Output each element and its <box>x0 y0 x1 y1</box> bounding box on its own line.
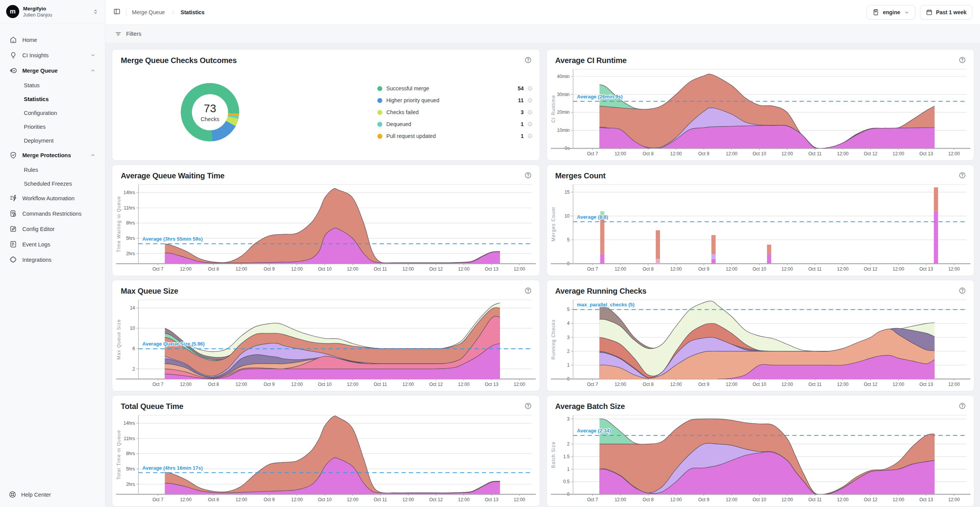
legend-dot <box>377 86 382 91</box>
card-title: Merges Count <box>555 171 606 180</box>
svg-text:12:00: 12:00 <box>892 151 904 156</box>
sidebar-item-label: Home <box>22 37 37 43</box>
svg-text:12:00: 12:00 <box>781 151 793 156</box>
max-queue-size-chart[interactable]: 261014Oct 712:00Oct 812:00Oct 912:00Oct … <box>115 296 537 391</box>
merges-count-bar-segment <box>711 235 715 254</box>
sidebar-item-configuration[interactable]: Configuration <box>5 106 100 120</box>
svg-text:10min: 10min <box>557 128 570 133</box>
card-title: Average CI Runtime <box>555 56 627 65</box>
total-queue-time-chart[interactable]: 2hrs5hrs8hrs11hrs14hrsOct 712:00Oct 812:… <box>115 412 537 506</box>
sidebar-item-deployment[interactable]: Deployment <box>5 134 100 147</box>
sidebar-item-status[interactable]: Status <box>5 79 100 92</box>
svg-text:Oct 11: Oct 11 <box>808 497 822 502</box>
org-switcher[interactable]: m Mergifyio Julien Danjou <box>0 0 105 23</box>
help-center-link[interactable]: Help Center <box>8 490 51 499</box>
average-queue-waiting-time-series-magenta <box>165 228 500 264</box>
sidebar-item-merge-protections[interactable]: Merge Protections <box>5 148 100 162</box>
svg-text:12:00: 12:00 <box>948 151 960 156</box>
sidebar-item-merge-queue[interactable]: nMerge Queue <box>5 63 100 78</box>
svg-text:Oct 11: Oct 11 <box>374 266 387 272</box>
svg-text:11hrs: 11hrs <box>124 436 135 441</box>
question-icon[interactable] <box>958 287 966 294</box>
average-running-checks-y-axis-label: Running Checks <box>551 319 556 360</box>
question-icon[interactable] <box>524 402 532 410</box>
svg-text:20min: 20min <box>557 110 570 115</box>
average-batch-size-chart[interactable]: 00.511.523Oct 712:00Oct 812:00Oct 912:00… <box>549 412 972 506</box>
sidebar-item-label: Workflow Automation <box>22 195 75 201</box>
sidebar-item-ci-insights[interactable]: CI Insights <box>5 48 100 62</box>
info-icon[interactable] <box>527 121 533 127</box>
sidebar-item-workflow-automation[interactable]: Workflow Automation <box>5 191 100 205</box>
legend-label: Pull request updated <box>387 133 436 139</box>
time-range-button[interactable]: Past 1 week <box>920 5 972 20</box>
org-switcher-updown-icon <box>92 8 99 15</box>
repo-book-icon <box>872 9 879 16</box>
svg-text:Oct 12: Oct 12 <box>429 266 443 272</box>
info-icon[interactable] <box>527 133 533 139</box>
card-title: Average Queue Waiting Time <box>121 171 225 180</box>
sidebar-item-integrations[interactable]: Integrations <box>5 253 100 267</box>
card-average-queue-waiting-time: Average Queue Waiting Time 2hrs5hrs8hrs1… <box>112 165 540 276</box>
question-icon[interactable] <box>958 402 966 410</box>
svg-text:12:00: 12:00 <box>837 151 848 156</box>
legend-item-higher-priority-queued[interactable]: Higher priority queued11 <box>377 97 533 103</box>
workflow-icon <box>9 194 17 202</box>
filters-button[interactable]: Filters <box>115 30 141 38</box>
svg-text:2hrs: 2hrs <box>126 251 135 256</box>
legend-item-checks-failed[interactable]: Checks failed3 <box>377 109 533 115</box>
average-ci-runtime-chart[interactable]: 0s10min20min30min40minOct 712:00Oct 812:… <box>549 66 972 160</box>
question-icon[interactable] <box>524 287 532 294</box>
legend-item-successful-merge[interactable]: Successful merge54 <box>377 85 533 91</box>
sidebar-item-event-logs[interactable]: Event Logs <box>5 237 100 251</box>
average-running-checks-chart[interactable]: 012345Oct 712:00Oct 812:00Oct 912:00Oct … <box>549 296 972 391</box>
svg-text:4: 4 <box>567 321 570 326</box>
svg-text:2: 2 <box>132 366 135 372</box>
sidebar-toggle-button[interactable] <box>113 8 121 17</box>
svg-text:30min: 30min <box>557 92 570 97</box>
svg-text:14hrs: 14hrs <box>123 190 135 195</box>
sidebar-item-commands-restrictions[interactable]: Commands Restrictions <box>5 206 100 221</box>
info-icon[interactable] <box>527 98 533 103</box>
info-icon[interactable] <box>527 110 533 115</box>
logo-letter: m <box>10 8 15 15</box>
svg-text:12:00: 12:00 <box>781 497 793 502</box>
sidebar-item-label: CI Insights <box>22 52 49 58</box>
repository-select[interactable]: engine <box>867 5 915 20</box>
merge-queue-checks-outcomes-chart[interactable]: 73ChecksSuccessful merge54Higher priorit… <box>115 66 537 159</box>
card-title: Average Running Checks <box>555 287 647 296</box>
svg-text:12:00: 12:00 <box>892 382 904 387</box>
average-queue-waiting-time-chart[interactable]: 2hrs5hrs8hrs11hrs14hrsOct 712:00Oct 812:… <box>115 181 537 276</box>
svg-text:Oct 13: Oct 13 <box>485 266 498 272</box>
svg-text:12:00: 12:00 <box>837 266 848 272</box>
svg-text:Oct 12: Oct 12 <box>863 266 877 272</box>
svg-text:n: n <box>13 69 15 72</box>
legend-item-dequeued[interactable]: Dequeued1 <box>377 121 533 127</box>
chevron-up-icon <box>90 152 96 158</box>
mergify-logo: m <box>6 5 19 18</box>
question-icon[interactable] <box>524 171 532 179</box>
question-icon[interactable] <box>524 56 532 64</box>
svg-text:Oct 10: Oct 10 <box>752 266 766 272</box>
sidebar-item-statistics[interactable]: Statistics <box>5 93 100 106</box>
sidebar-item-config-editor[interactable]: Config Editor <box>5 222 100 236</box>
svg-text:12:00: 12:00 <box>458 497 470 502</box>
merges-count-chart[interactable]: 051015Oct 712:00Oct 812:00Oct 912:00Oct … <box>549 181 972 276</box>
donut-center: 73Checks <box>192 94 228 130</box>
svg-text:Oct 11: Oct 11 <box>374 382 387 387</box>
time-range-label: Past 1 week <box>936 9 967 15</box>
sidebar-item-home[interactable]: Home <box>5 33 100 47</box>
svg-text:12:00: 12:00 <box>726 382 737 387</box>
card-average-ci-runtime: Average CI Runtime 0s10min20min30min40mi… <box>547 49 975 161</box>
breadcrumb-section[interactable]: Merge Queue <box>132 9 165 15</box>
info-icon[interactable] <box>527 86 533 91</box>
svg-text:12:00: 12:00 <box>781 382 793 387</box>
question-icon[interactable] <box>958 56 966 64</box>
sidebar-item-priorities[interactable]: Priorities <box>5 120 100 133</box>
checks-outcomes-donut[interactable]: 73Checks <box>181 83 239 141</box>
sidebar-nav: HomeCI InsightsnMerge QueueStatusStatist… <box>0 23 105 507</box>
sidebar-item-scheduled-freezes[interactable]: Scheduled Freezes <box>5 177 100 190</box>
sidebar-item-rules[interactable]: Rules <box>5 163 100 176</box>
chevron-right-icon <box>170 10 175 15</box>
question-icon[interactable] <box>958 171 966 179</box>
legend-item-pull-request-updated[interactable]: Pull request updated1 <box>377 133 533 139</box>
